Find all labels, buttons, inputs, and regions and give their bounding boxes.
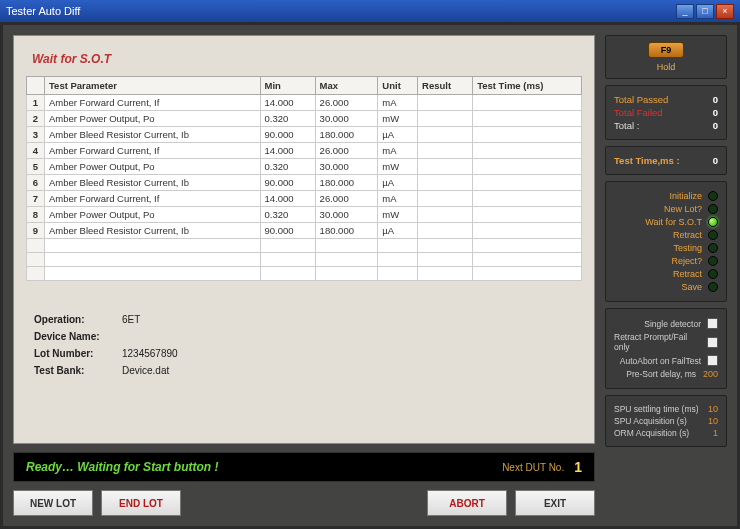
close-button[interactable]: × bbox=[716, 4, 734, 19]
cell-param: Amber Forward Current, If bbox=[45, 191, 261, 207]
cell-max: 30.000 bbox=[315, 207, 378, 223]
cell-max: 180.000 bbox=[315, 127, 378, 143]
abort-button[interactable]: ABORT bbox=[427, 490, 507, 516]
autoabort-checkbox[interactable] bbox=[707, 355, 718, 366]
table-row: 3 Amber Bleed Resistor Current, Ib 90.00… bbox=[27, 127, 582, 143]
state-led-icon bbox=[708, 191, 718, 201]
cell-unit: mA bbox=[378, 95, 418, 111]
left-column: Wait for S.O.T Test Parameter Min Max Un… bbox=[13, 35, 595, 516]
rownum: 4 bbox=[27, 143, 45, 159]
cell-result bbox=[418, 111, 473, 127]
cell-param: Amber Bleed Resistor Current, Ib bbox=[45, 127, 261, 143]
table-row bbox=[27, 239, 582, 253]
new-lot-button[interactable]: NEW LOT bbox=[13, 490, 93, 516]
failed-value: 0 bbox=[713, 107, 718, 118]
cell-unit: mA bbox=[378, 191, 418, 207]
col-rownum bbox=[27, 77, 45, 95]
status-bar: Ready… Waiting for Start button ! Next D… bbox=[13, 452, 595, 482]
cell-param: Amber Forward Current, If bbox=[45, 143, 261, 159]
window-title: Tester Auto Diff bbox=[6, 5, 674, 17]
cell-unit: µA bbox=[378, 223, 418, 239]
state-label: Reject? bbox=[671, 256, 702, 266]
table-header-row: Test Parameter Min Max Unit Result Test … bbox=[27, 77, 582, 95]
cell-unit: mW bbox=[378, 159, 418, 175]
cell-min: 14.000 bbox=[260, 143, 315, 159]
parameters-table: Test Parameter Min Max Unit Result Test … bbox=[26, 76, 582, 281]
testtime-box: Test Time,ms :0 bbox=[605, 146, 727, 175]
passed-value: 0 bbox=[713, 94, 718, 105]
maximize-button[interactable]: □ bbox=[696, 4, 714, 19]
cell-max: 180.000 bbox=[315, 223, 378, 239]
rownum: 1 bbox=[27, 95, 45, 111]
cell-result bbox=[418, 95, 473, 111]
cell-param: Amber Bleed Resistor Current, Ib bbox=[45, 223, 261, 239]
table-row: 6 Amber Bleed Resistor Current, Ib 90.00… bbox=[27, 175, 582, 191]
state-row: Wait for S.O.T bbox=[614, 217, 718, 227]
col-parameter: Test Parameter bbox=[45, 77, 261, 95]
state-label: Retract bbox=[673, 230, 702, 240]
end-lot-button[interactable]: END LOT bbox=[101, 490, 181, 516]
states-box: InitializeNew Lot?Wait for S.O.TRetractT… bbox=[605, 181, 727, 302]
spu-settling-label: SPU settling time (ms) bbox=[614, 404, 699, 414]
passed-label: Total Passed bbox=[614, 94, 668, 105]
checks-box: Single detector Retract Prompt/Fail only… bbox=[605, 308, 727, 389]
cell-min: 0.320 bbox=[260, 207, 315, 223]
cell-max: 26.000 bbox=[315, 191, 378, 207]
cell-testtime bbox=[473, 191, 582, 207]
rownum: 7 bbox=[27, 191, 45, 207]
state-row: Retract bbox=[614, 230, 718, 240]
cell-unit: mW bbox=[378, 111, 418, 127]
rownum: 9 bbox=[27, 223, 45, 239]
retract-prompt-checkbox[interactable] bbox=[707, 337, 718, 348]
state-label: Initialize bbox=[669, 191, 702, 201]
state-led-icon bbox=[708, 243, 718, 253]
app-frame: Wait for S.O.T Test Parameter Min Max Un… bbox=[0, 22, 740, 529]
state-row: Retract bbox=[614, 269, 718, 279]
testbank-value: Device.dat bbox=[122, 365, 169, 376]
table-row: 1 Amber Forward Current, If 14.000 26.00… bbox=[27, 95, 582, 111]
single-detector-checkbox[interactable] bbox=[707, 318, 718, 329]
retract-prompt-label: Retract Prompt/Fail only bbox=[614, 332, 701, 352]
window-titlebar: Tester Auto Diff _ □ × bbox=[0, 0, 740, 22]
cell-testtime bbox=[473, 127, 582, 143]
rownum: 3 bbox=[27, 127, 45, 143]
spu-acq-value: 10 bbox=[708, 416, 718, 426]
rownum: 5 bbox=[27, 159, 45, 175]
cell-result bbox=[418, 207, 473, 223]
cell-max: 26.000 bbox=[315, 143, 378, 159]
cell-testtime bbox=[473, 159, 582, 175]
cell-result bbox=[418, 159, 473, 175]
panel-header: Wait for S.O.T bbox=[32, 52, 582, 66]
lot-label: Lot Number: bbox=[34, 345, 122, 362]
cell-max: 30.000 bbox=[315, 159, 378, 175]
cell-unit: mA bbox=[378, 143, 418, 159]
operation-label: Operation: bbox=[34, 311, 122, 328]
cell-min: 0.320 bbox=[260, 111, 315, 127]
cell-testtime bbox=[473, 207, 582, 223]
spu-acq-label: SPU Acquisition (s) bbox=[614, 416, 687, 426]
col-max: Max bbox=[315, 77, 378, 95]
table-row: 2 Amber Power Output, Po 0.320 30.000 mW bbox=[27, 111, 582, 127]
state-label: Testing bbox=[673, 243, 702, 253]
device-label: Device Name: bbox=[34, 328, 122, 345]
cell-max: 26.000 bbox=[315, 95, 378, 111]
testtime-value: 0 bbox=[713, 155, 718, 166]
total-value: 0 bbox=[713, 120, 718, 131]
hold-button[interactable]: F9 bbox=[648, 42, 685, 58]
col-testtime: Test Time (ms) bbox=[473, 77, 582, 95]
status-message: Ready… Waiting for Start button ! bbox=[26, 460, 502, 474]
next-dut-value: 1 bbox=[574, 459, 582, 475]
next-dut-label: Next DUT No. bbox=[502, 462, 564, 473]
single-detector-label: Single detector bbox=[644, 319, 701, 329]
state-row: Reject? bbox=[614, 256, 718, 266]
exit-button[interactable]: EXIT bbox=[515, 490, 595, 516]
cell-testtime bbox=[473, 95, 582, 111]
minimize-button[interactable]: _ bbox=[676, 4, 694, 19]
col-unit: Unit bbox=[378, 77, 418, 95]
cell-result bbox=[418, 223, 473, 239]
cell-min: 0.320 bbox=[260, 159, 315, 175]
total-label: Total : bbox=[614, 120, 639, 131]
cell-max: 30.000 bbox=[315, 111, 378, 127]
cell-param: Amber Power Output, Po bbox=[45, 111, 261, 127]
table-row: 8 Amber Power Output, Po 0.320 30.000 mW bbox=[27, 207, 582, 223]
